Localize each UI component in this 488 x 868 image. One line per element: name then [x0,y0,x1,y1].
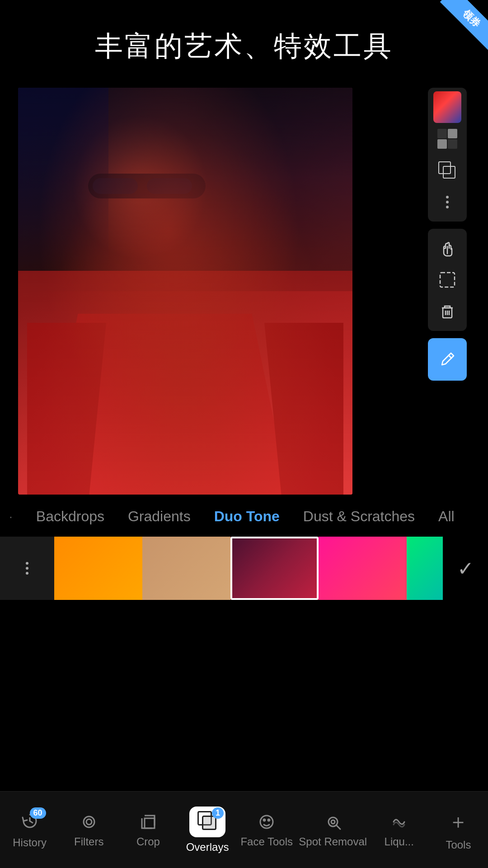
svg-point-16 [331,820,335,824]
swatch-more-dots [26,562,28,575]
swatch-more-button[interactable] [0,537,54,600]
checker-cell [437,139,447,149]
eyedropper-button[interactable] [432,344,463,375]
spot-removal-icon [323,812,343,832]
swatch-green[interactable] [407,537,443,600]
overlays-label: Overlays [186,841,229,854]
tools-icon: ＋ [448,808,468,835]
dot [446,196,449,198]
hand-icon [438,239,456,257]
overlays-badge: 1 [212,807,224,819]
history-badge-wrap: 60 [20,811,40,833]
svg-rect-10 [145,818,155,828]
swatch-crimson[interactable] [230,537,319,600]
tab-dust-scratches[interactable]: Dust & Scratches [291,504,427,529]
image-canvas [18,88,352,495]
svg-line-7 [30,821,33,823]
toolbar-mid-panel [428,229,467,331]
history-label: History [13,836,47,849]
svg-point-8 [84,816,94,827]
svg-point-9 [86,819,92,825]
delete-button[interactable] [432,296,463,327]
filters-label: Filters [74,835,103,848]
category-tabs: · Backdrops Gradients Duo Tone Dust & Sc… [0,495,488,537]
swatches-row: ✓ [0,537,488,609]
duplicate-button[interactable] [432,155,463,186]
crop-label: Crop [136,835,160,848]
color-swatch-button[interactable] [432,91,463,123]
swatch-confirm-button[interactable]: ✓ [443,557,488,580]
color-swatch [433,91,461,123]
liquify-label: Liqu... [385,835,414,848]
nav-filters[interactable]: Filters [62,807,116,853]
nav-crop[interactable]: Crop [121,807,175,853]
nav-history[interactable]: 60 History [3,807,57,854]
dot [446,206,449,208]
dup-square-front [443,166,455,179]
nav-liquify[interactable]: Liqu... [372,807,426,853]
svg-line-5 [448,355,452,359]
nav-spot-removal[interactable]: Spot Removal [299,807,367,853]
pan-button[interactable] [432,232,463,264]
bottom-nav: 60 History Filters Crop 1 [0,791,488,868]
transparency-button[interactable] [432,123,463,155]
checker-cell [448,129,457,138]
badge-text: 领券 [440,0,488,50]
duplicate-icon [438,161,456,179]
selection-icon [438,271,456,289]
toolbar-top-panel [428,88,467,222]
spot-removal-label: Spot Removal [299,835,367,848]
cat-tab-prev: · [0,505,24,528]
swatch-hot-pink[interactable] [319,537,407,600]
svg-line-15 [337,826,340,829]
overlays-icon-wrap: 1 [189,807,225,837]
nav-overlays[interactable]: 1 Overlays [180,802,235,858]
tab-duo-tone[interactable]: Duo Tone [202,504,291,529]
nav-face-tools[interactable]: Face Tools [239,807,294,853]
face-tools-label: Face Tools [240,835,293,848]
duotone-overlay [18,88,352,495]
corner-badge[interactable]: 领券 [434,0,488,54]
tab-gradients[interactable]: Gradients [116,504,202,529]
svg-rect-0 [440,273,455,287]
history-badge: 60 [30,807,46,819]
face-icon [257,812,277,832]
eyedropper-icon [438,350,456,368]
selection-button[interactable] [432,264,463,296]
more-options-button[interactable] [432,186,463,218]
tab-all[interactable]: All [427,504,466,529]
page-title: 丰富的艺术、特效工具 [0,0,488,88]
trash-icon [438,302,456,321]
checker-cell [437,129,447,138]
overlays-badge-wrap: 1 [197,811,217,831]
nav-tools[interactable]: ＋ Tools [431,804,485,856]
checker-icon [437,129,457,149]
toolbar-eyedropper-panel [428,338,467,381]
liquify-icon [389,812,409,832]
dot [26,572,28,575]
svg-point-13 [268,819,270,821]
filters-icon [79,812,99,832]
right-toolbar [425,88,470,495]
checker-cell [448,139,457,149]
three-dots-icon [446,196,449,208]
dot [26,562,28,565]
dot [26,567,28,570]
svg-point-12 [263,819,265,821]
swatch-orange[interactable] [54,537,142,600]
swatch-tan[interactable] [142,537,230,600]
crop-icon [138,812,158,832]
tools-label: Tools [446,839,471,851]
dot [446,201,449,203]
image-background [18,88,352,495]
editor-area [18,88,470,495]
tab-backdrops[interactable]: Backdrops [24,504,116,529]
